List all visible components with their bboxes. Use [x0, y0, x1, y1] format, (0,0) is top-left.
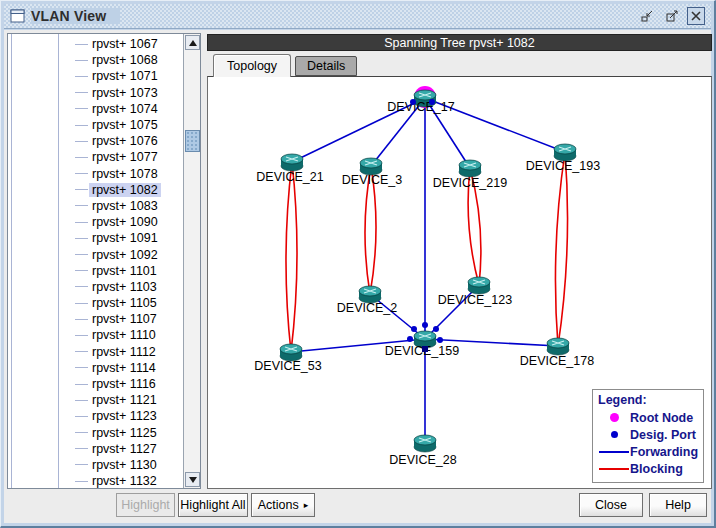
device-node-device_53[interactable]: DEVICE_53: [254, 344, 321, 373]
tree-scrollbar[interactable]: [183, 34, 200, 488]
tree-item-rpvst-1127[interactable]: rpvst+ 1127: [8, 441, 183, 457]
device-node-device_178[interactable]: DEVICE_178: [520, 338, 594, 368]
tree-item-label: rpvst+ 1076: [89, 134, 161, 148]
menu-arrow-icon: ▸: [304, 500, 309, 510]
tree-connector: [75, 367, 88, 368]
close-button[interactable]: Close: [579, 493, 643, 517]
tree-item-rpvst-1116[interactable]: rpvst+ 1116: [8, 376, 183, 392]
tree-item-rpvst-1078[interactable]: rpvst+ 1078: [8, 166, 183, 182]
help-button[interactable]: Help: [649, 493, 707, 517]
desig-port-dot-icon: [611, 431, 618, 438]
tree-connector: [75, 351, 88, 352]
tree-item-label: rpvst+ 1078: [89, 167, 161, 181]
titlebar[interactable]: VLAN View: [4, 4, 711, 29]
legend-items: Root NodeDesig. PortForwardingBlocking: [598, 409, 698, 477]
device-node-device_219[interactable]: DEVICE_219: [433, 160, 507, 190]
topology-view: DEVICE_17DEVICE_21DEVICE_3DEVICE_219DEVI…: [207, 76, 712, 489]
tree-connector: [75, 464, 88, 465]
tree-item-rpvst-1068[interactable]: rpvst+ 1068: [8, 52, 183, 68]
tree-item-label: rpvst+ 1130: [89, 458, 160, 472]
scrollbar-thumb[interactable]: [185, 130, 200, 152]
device-node-device_193[interactable]: DEVICE_193: [526, 144, 600, 173]
tree-item-rpvst-1082[interactable]: rpvst+ 1082: [8, 182, 183, 198]
tree-connector: [75, 60, 88, 61]
tree-item-rpvst-1083[interactable]: rpvst+ 1083: [8, 198, 183, 214]
maximize-button[interactable]: [663, 7, 681, 25]
tree-item-rpvst-1132[interactable]: rpvst+ 1132: [8, 473, 183, 489]
highlight-button[interactable]: Highlight: [116, 493, 175, 517]
tree-item-rpvst-1112[interactable]: rpvst+ 1112: [8, 344, 183, 360]
blocking-link: [558, 152, 568, 346]
tree-connector: [75, 432, 88, 433]
blocking-line-icon: [599, 468, 629, 470]
device-node-device_21[interactable]: DEVICE_21: [256, 154, 323, 184]
designated-port-marker: [410, 99, 416, 105]
designated-port-marker: [422, 322, 428, 328]
tree-item-rpvst-1075[interactable]: rpvst+ 1075: [8, 117, 183, 133]
device-node-device_3[interactable]: DEVICE_3: [342, 158, 402, 187]
triangle-down-icon: [189, 477, 197, 483]
legend-item: Root Node: [598, 409, 698, 426]
tree-item-label: rpvst+ 1110: [89, 328, 159, 342]
tree-item-rpvst-1090[interactable]: rpvst+ 1090: [8, 214, 183, 230]
window-controls: [639, 7, 705, 25]
tree-item-label: rpvst+ 1083: [89, 199, 161, 213]
panel-title: Spanning Tree rpvst+ 1082: [207, 34, 712, 51]
vlan-tree: rpvst+ 1067rpvst+ 1068rpvst+ 1071rpvst+ …: [8, 36, 183, 489]
tree-item-rpvst-1067[interactable]: rpvst+ 1067: [8, 36, 183, 52]
minimize-button[interactable]: [639, 7, 657, 25]
device-label: DEVICE_28: [389, 453, 456, 467]
spanning-tree-panel: Spanning Tree rpvst+ 1082 Topology Detai…: [207, 34, 712, 489]
tree-connector: [75, 384, 88, 385]
tree-item-rpvst-1076[interactable]: rpvst+ 1076: [8, 133, 183, 149]
tree-item-rpvst-1110[interactable]: rpvst+ 1110: [8, 327, 183, 343]
device-label: DEVICE_123: [438, 293, 512, 307]
tree-item-rpvst-1121[interactable]: rpvst+ 1121: [8, 392, 183, 408]
device-node-device_123[interactable]: DEVICE_123: [438, 277, 512, 307]
tree-item-label: rpvst+ 1123: [89, 409, 160, 423]
tree-item-rpvst-1077[interactable]: rpvst+ 1077: [8, 149, 183, 165]
tree-item-rpvst-1107[interactable]: rpvst+ 1107: [8, 311, 183, 327]
tree-item-rpvst-1114[interactable]: rpvst+ 1114: [8, 360, 183, 376]
device-node-device_28[interactable]: DEVICE_28: [389, 435, 456, 467]
tree-item-rpvst-1074[interactable]: rpvst+ 1074: [8, 101, 183, 117]
device-label: DEVICE_2: [337, 301, 397, 315]
tree-item-rpvst-1101[interactable]: rpvst+ 1101: [8, 263, 183, 279]
tree-item-label: rpvst+ 1125: [89, 426, 160, 440]
tree-item-rpvst-1123[interactable]: rpvst+ 1123: [8, 408, 183, 424]
tree-item-label: rpvst+ 1068: [89, 53, 161, 67]
tree-item-label: rpvst+ 1121: [89, 393, 160, 407]
close-window-button[interactable]: [687, 7, 705, 25]
tab-details[interactable]: Details: [295, 56, 357, 76]
scroll-down-button[interactable]: [185, 472, 200, 487]
highlight-all-button[interactable]: Highlight All: [178, 493, 248, 517]
legend-item-label: Blocking: [630, 462, 683, 476]
tree-item-rpvst-1071[interactable]: rpvst+ 1071: [8, 68, 183, 84]
tree-connector: [75, 238, 88, 239]
device-node-device_17[interactable]: DEVICE_17: [387, 86, 454, 114]
actions-button[interactable]: Actions▸: [251, 493, 315, 517]
tree-connector: [75, 448, 88, 449]
tree-connector: [75, 141, 88, 142]
tree-item-label: rpvst+ 1127: [89, 442, 160, 456]
tree-item-rpvst-1103[interactable]: rpvst+ 1103: [8, 279, 183, 295]
device-label: DEVICE_53: [254, 359, 321, 373]
device-node-device_159[interactable]: DEVICE_159: [385, 331, 459, 358]
tree-item-rpvst-1091[interactable]: rpvst+ 1091: [8, 230, 183, 246]
tree-connector: [75, 416, 88, 417]
device-node-device_2[interactable]: DEVICE_2: [337, 286, 397, 315]
tree-item-label: rpvst+ 1103: [89, 280, 160, 294]
tab-topology[interactable]: Topology: [213, 54, 291, 77]
tree-item-label: rpvst+ 1105: [89, 296, 160, 310]
tree-item-rpvst-1092[interactable]: rpvst+ 1092: [8, 246, 183, 262]
actions-label: Actions: [258, 498, 299, 512]
tree-item-rpvst-1125[interactable]: rpvst+ 1125: [8, 425, 183, 441]
tree-connector: [75, 303, 88, 304]
window-content: rpvst+ 1067rpvst+ 1068rpvst+ 1071rpvst+ …: [4, 30, 711, 523]
scroll-up-button[interactable]: [185, 35, 200, 50]
tree-item-rpvst-1105[interactable]: rpvst+ 1105: [8, 295, 183, 311]
tree-item-rpvst-1073[interactable]: rpvst+ 1073: [8, 85, 183, 101]
legend: Legend: Root NodeDesig. PortForwardingBl…: [592, 389, 704, 483]
tree-item-rpvst-1130[interactable]: rpvst+ 1130: [8, 457, 183, 473]
tree-item-label: rpvst+ 1077: [89, 150, 161, 164]
